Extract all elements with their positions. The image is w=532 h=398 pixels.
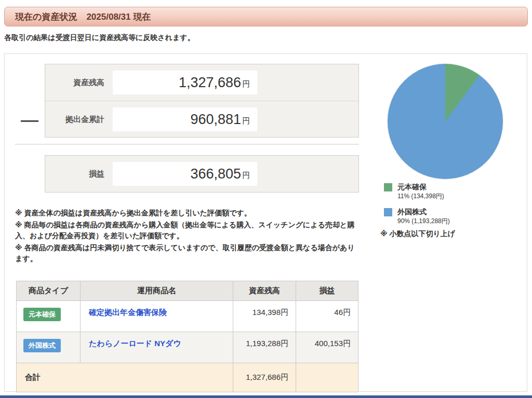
header-product-name: 運用商品名 xyxy=(81,281,233,301)
table-row: 外国株式 たわらノーロード NYダウ 1,193,288円 400,153円 xyxy=(17,332,358,363)
legend-item: 元本確保 11% (134,398円) xyxy=(384,183,450,201)
product-type-badge: 外国株式 xyxy=(23,339,61,352)
gain-label: 損益 xyxy=(45,169,104,179)
contribution-unit: 円 xyxy=(242,113,250,126)
gain-value: 366,805 xyxy=(190,166,241,182)
bottom-divider-bar xyxy=(0,395,532,398)
notes-block: ※ 資産全体の損益は資産残高から拠出金累計を差し引いた評価額です。 ※ 商品毎の… xyxy=(15,208,361,265)
header-gain: 損益 xyxy=(296,281,358,301)
legend-label: 外国株式 xyxy=(397,208,450,216)
allocation-pie-chart xyxy=(388,64,503,179)
balance-value: 1,327,686 xyxy=(179,75,241,91)
total-balance-cell: 1,327,686円 xyxy=(233,363,296,392)
legend-percent: 90% (1,193,288円) xyxy=(397,217,450,226)
gain-box: 損益 366,805 円 xyxy=(45,155,359,193)
intro-text: 各取引の結果は受渡日翌日に資産残高等に反映されます。 xyxy=(4,33,195,43)
legend-label: 元本確保 xyxy=(397,183,444,191)
page-date: 2025/08/31 現在 xyxy=(86,11,151,23)
legend-swatch-foreign-equity xyxy=(384,208,392,216)
table-row: 元本確保 確定拠出年金傷害保険 134,398円 46円 xyxy=(17,301,358,332)
balance-contribution-box: 資産残高 1,327,686 円 拠出金累計 960,881 円 xyxy=(45,64,359,138)
header-balance: 資産残高 xyxy=(233,281,296,301)
balance-unit: 円 xyxy=(242,76,250,89)
total-label: 合計 xyxy=(17,363,233,392)
page-title: 現在の資産状況 xyxy=(15,11,77,23)
note-line: ※ 資産全体の損益は資産残高から拠出金累計を差し引いた評価額です。 xyxy=(15,208,361,218)
section-title-bar: 現在の資産状況 2025/08/31 現在 xyxy=(4,7,528,26)
product-gain-cell: 46円 xyxy=(296,301,358,332)
balance-label: 資産残高 xyxy=(45,78,104,88)
table-header-row: 商品タイプ 運用商品名 資産残高 損益 xyxy=(17,281,358,301)
legend-item: 外国株式 90% (1,193,288円) xyxy=(384,208,450,226)
minus-operator: — xyxy=(18,108,41,131)
header-product-type: 商品タイプ xyxy=(17,281,81,301)
pie-legend: 元本確保 11% (134,398円) 外国株式 90% (1,193,288円… xyxy=(384,183,450,232)
gain-value-box: 366,805 円 xyxy=(113,162,257,186)
product-balance-cell: 1,193,288円 xyxy=(233,332,296,363)
asset-status-page: 現在の資産状況 2025/08/31 現在 各取引の結果は受渡日翌日に資産残高等… xyxy=(0,0,532,398)
legend-percent: 11% (134,398円) xyxy=(397,192,444,201)
asset-panel: — 資産残高 1,327,686 円 拠出金累計 960,881 円 損益 xyxy=(4,53,527,392)
balance-row: 資産残高 1,327,686 円 xyxy=(45,64,358,101)
product-balance-cell: 134,398円 xyxy=(233,301,296,332)
product-name-link[interactable]: たわらノーロード NYダウ xyxy=(89,339,181,348)
product-table: 商品タイプ 運用商品名 資産残高 損益 元本確保 確定拠出年金傷害保険 134,… xyxy=(16,281,358,392)
gain-row: 損益 366,805 円 xyxy=(45,156,358,192)
contribution-value-box: 960,881 円 xyxy=(113,107,257,131)
summary-divider xyxy=(15,144,359,145)
contribution-row: 拠出金累計 960,881 円 xyxy=(45,101,358,137)
product-gain-cell: 400,153円 xyxy=(296,332,358,363)
balance-value-box: 1,327,686 円 xyxy=(113,71,257,94)
contribution-label: 拠出金累計 xyxy=(45,115,104,125)
product-name-link[interactable]: 確定拠出年金傷害保険 xyxy=(89,308,167,317)
contribution-value: 960,881 xyxy=(190,112,241,128)
rounding-note: ※ 小数点以下切り上げ xyxy=(380,229,455,239)
total-gain-cell xyxy=(296,363,358,392)
product-type-badge: 元本確保 xyxy=(23,308,61,321)
note-line: ※ 商品毎の損益は各商品の資産残高から購入金額（拠出金等による購入、スイッチング… xyxy=(15,219,361,241)
note-line: ※ 各商品の資産残高は円未満切り捨てで表示していますので、取引履歴の受渡金額と異… xyxy=(15,242,361,264)
gain-unit: 円 xyxy=(242,167,250,181)
legend-swatch-principal xyxy=(384,183,392,191)
table-total-row: 合計 1,327,686円 xyxy=(17,363,358,392)
